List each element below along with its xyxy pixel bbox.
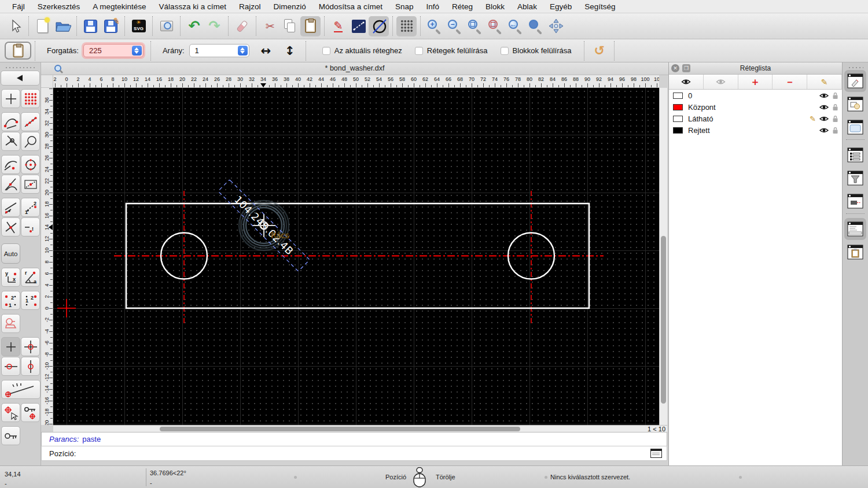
menu-item-a-megtekintése[interactable]: A megtekintése [86,2,152,11]
edit-layer-button[interactable]: ✎ [807,75,842,89]
add-layer-button[interactable]: ＋ [738,75,773,89]
snap-auto-distance-button[interactable] [1,198,20,217]
copy-button[interactable] [280,16,300,36]
redo-button[interactable]: ↷ [204,16,225,36]
layer-color-swatch[interactable] [673,127,683,134]
zoom-back-button[interactable]: ← [505,16,525,36]
layer-visible-icon[interactable] [819,116,829,122]
coordinate-polar-button[interactable]: ra [21,268,40,287]
vertical-scrollbar[interactable] [659,88,667,425]
snap-intersection-button[interactable] [1,217,20,236]
layer-color-swatch[interactable] [673,116,683,122]
scale-combo[interactable]: 1 [189,44,249,57]
pencil-tool-button[interactable]: ✎ [328,16,348,36]
dock-library-browser-button[interactable] [844,116,866,138]
layer-lock-icon[interactable] [832,92,838,99]
stepper-icon[interactable] [132,46,142,56]
flip-vertical-button[interactable]: ↕ [285,44,295,58]
vertical-scrollbar-thumb[interactable] [661,236,666,404]
circle-tool-button[interactable] [369,16,389,36]
checkbox-current-layer[interactable]: Az aktuális réteghez [322,46,402,55]
command-input-row[interactable]: Pozíció: [41,446,667,461]
grid-toggle-button[interactable] [396,16,417,36]
menu-item-infó[interactable]: Infó [420,2,446,11]
coordinate-absolute-button[interactable]: yx [1,268,20,287]
zoom-pan-button[interactable] [546,16,566,36]
snap-distance-button[interactable]: 12 [21,198,40,217]
snap-circle-button[interactable] [21,132,40,151]
angle-gauge-button[interactable] [1,380,41,399]
toolbar-drag-handle[interactable] [3,64,37,69]
float-panel-icon[interactable]: ❐ [682,64,690,72]
checkbox-override-layers[interactable]: Rétegek felülírása [415,46,488,55]
menu-item-válassza-ki-a-címet[interactable]: Válassza ki a címet [153,2,233,11]
zoom-auto-button[interactable] [465,16,485,36]
menu-item-rajzol[interactable]: Rajzol [233,2,267,11]
dock-block-list-button[interactable] [844,93,866,115]
layer-row-látható[interactable]: Látható✎ [669,113,842,124]
layer-lock-icon[interactable] [832,127,838,134]
remove-layer-button[interactable]: － [773,75,807,89]
snap-middle-button[interactable] [21,175,40,194]
rotation-combo[interactable]: 225 [83,44,144,57]
restrict-nothing-button[interactable] [1,314,20,333]
dock-drag-handle[interactable] [847,64,863,69]
snap-center-button[interactable] [21,155,40,174]
restrict-vertical-button[interactable] [21,357,40,376]
dock-layer-list-button[interactable] [844,70,866,92]
hide-all-layers-button[interactable] [704,75,738,89]
close-icon[interactable]: ✕ [671,64,679,72]
snap-auto-button[interactable]: Auto [1,243,20,264]
dock-clipboard-button[interactable] [844,241,866,263]
layer-lock-icon[interactable] [832,103,838,111]
checkbox-icon[interactable] [415,47,423,55]
line-tool-button[interactable] [348,16,369,36]
delete-button[interactable] [232,16,252,36]
zoom-in-button[interactable]: + [424,16,444,36]
snap-tangent-button[interactable] [1,175,20,194]
layer-visible-icon[interactable] [819,104,829,110]
dock-filter-button[interactable] [844,167,866,189]
key-lock-button[interactable] [1,426,20,445]
pointer-cursor-icon[interactable] [5,16,25,36]
restrict-horizontal-button[interactable] [1,357,20,376]
snap-grid-button[interactable] [21,89,40,108]
corner-snap-2-button[interactable]: 12 [21,291,40,310]
dock-command-widget-button[interactable] [844,218,866,240]
save-button[interactable] [80,16,101,36]
command-line[interactable]: Parancs: paste [41,432,667,446]
print-preview-button[interactable] [156,16,176,36]
horizontal-scrollbar[interactable] [53,425,642,432]
menu-item-szerkesztés[interactable]: Szerkesztés [31,2,87,11]
layer-color-swatch[interactable] [673,93,683,99]
snap-on-entity-button[interactable] [21,112,40,131]
restrict-free-button[interactable] [1,337,20,356]
menu-item-fájl[interactable]: Fájl [6,2,31,11]
undo-action-button[interactable]: ↺ [594,43,604,58]
command-window-icon[interactable] [650,449,662,458]
menu-item-snap[interactable]: Snap [389,2,420,11]
show-all-layers-button[interactable] [669,75,704,89]
dock-pen-palette-button[interactable] [844,190,866,212]
checkbox-icon[interactable] [322,47,330,55]
layer-row-központ[interactable]: Központ [669,101,842,113]
stepper-icon[interactable] [238,46,248,56]
layer-color-swatch[interactable] [673,104,683,110]
menu-item-dimenzió[interactable]: Dimenzió [267,2,312,11]
checkbox-icon[interactable] [501,47,509,55]
snap-free-button[interactable] [1,89,20,108]
layer-lock-icon[interactable] [832,115,838,123]
layer-visible-icon[interactable] [819,93,829,99]
export-svg-button[interactable]: SVG [128,16,149,36]
paste-button[interactable] [300,16,321,36]
checkbox-override-blocks[interactable]: Blokkok felülírása [501,46,572,55]
layer-row-rejtett[interactable]: Rejtett [669,124,842,136]
restrict-orthogonal-button[interactable] [21,337,40,356]
corner-snap-1-button[interactable]: 12 [1,291,20,310]
snap-arc-button[interactable] [1,155,20,174]
back-button[interactable] [1,71,40,86]
drawing-canvas[interactable]: 104.245.02.4BRács [53,88,659,425]
paste-options-button[interactable] [5,42,31,60]
zoom-window-button[interactable] [525,16,546,36]
menu-item-blokk[interactable]: Blokk [479,2,511,11]
